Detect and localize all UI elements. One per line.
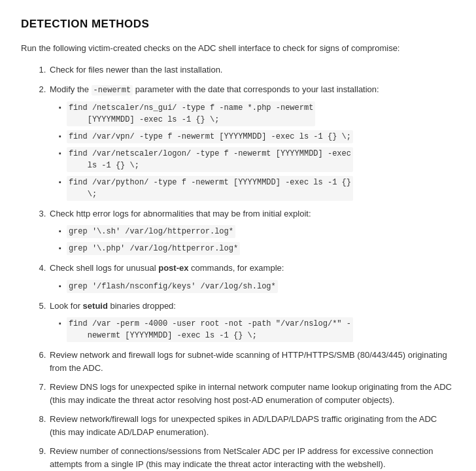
item-3-text: Check http error logs for abnormalities … [50,209,311,218]
list-item-4: Check shell logs for unusual post-ex com… [48,262,455,293]
item-2-code-list: find /netscaler/ns_gui/ -type f -name *.… [58,101,455,201]
item-8-text: Review network/firewall logs for unexpec… [50,414,437,437]
item-4-code-list: grep '/flash/nsconfig/keys' /var/log/sh.… [58,280,455,293]
item-6-text: Review network and firewall logs for sub… [50,350,447,373]
detection-list: Check for files newer than the last inst… [34,63,455,471]
list-item-3: Check http error logs for abnormalities … [48,207,455,256]
item-4-bold: post-ex [158,263,188,273]
code-item: find /var/python/ -type f -newermt [YYYY… [58,176,455,201]
item-4-text: Check shell logs for unusual post-ex com… [50,263,284,273]
code-item: grep '\.sh' /var/log/httperror.log* [58,225,455,238]
item-2-text: Modify the -newermt parameter with the d… [50,84,379,94]
list-item-6: Review network and firewall logs for sub… [48,349,455,374]
item-9-text: Review number of connections/sessions fr… [50,446,433,469]
code-item: find /netscaler/ns_gui/ -type f -name *.… [58,101,455,126]
item-1-text: Check for files newer than the last inst… [50,65,222,75]
code-item: grep '/flash/nsconfig/keys' /var/log/sh.… [58,280,455,293]
list-item-2: Modify the -newermt parameter with the d… [48,83,455,201]
item-5-code-list: find /var -perm -4000 -user root -not -p… [58,317,455,342]
list-item-5: Look for setuid binaries dropped: find /… [48,300,455,343]
item-2-code-inline: -newermt [92,85,133,96]
list-item-8: Review network/firewall logs for unexpec… [48,413,455,438]
list-item-9: Review number of connections/sessions fr… [48,445,455,470]
code-item: find /var/netscaler/logon/ -type f -newe… [58,147,455,172]
list-item-1: Check for files newer than the last inst… [48,63,455,77]
intro-text: Run the following victim-created checks … [21,42,455,55]
code-item: find /var -perm -4000 -user root -not -p… [58,317,455,342]
item-7-text: Review DNS logs for unexpected spike in … [50,382,452,405]
code-item: grep '\.php' /var/log/httperror.log* [58,242,455,255]
code-item: find /var/vpn/ -type f -newermt [YYYYMMD… [58,130,455,143]
item-5-bold: setuid [83,301,108,311]
list-item-7: Review DNS logs for unexpected spike in … [48,381,455,406]
item-5-text: Look for setuid binaries dropped: [50,301,176,311]
item-3-code-list: grep '\.sh' /var/log/httperror.log* grep… [58,225,455,255]
page-title: DETECTION METHODS [21,16,455,33]
